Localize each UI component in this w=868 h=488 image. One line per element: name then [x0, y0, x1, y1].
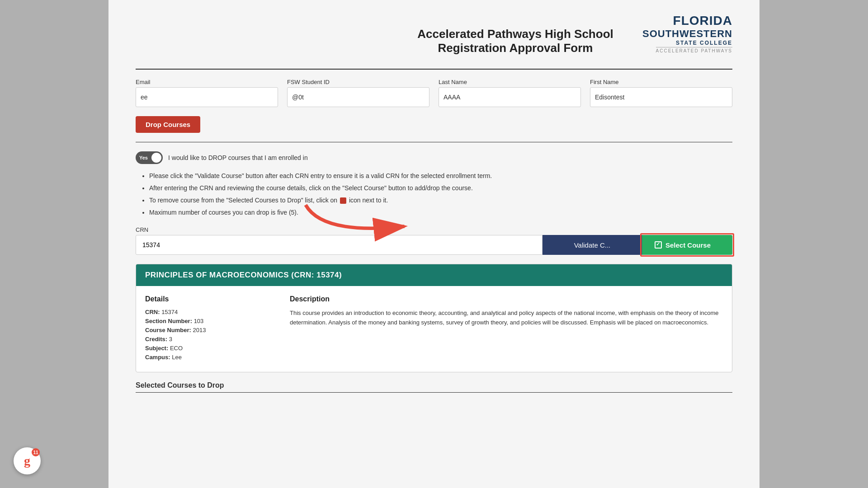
email-label: Email: [136, 79, 278, 85]
form-fields-row: Email FSW Student ID Last Name First Nam…: [136, 79, 732, 107]
instruction-2: After entering the CRN and reviewing the…: [149, 183, 732, 193]
course-number: Course Number: 2013: [145, 327, 272, 333]
first-name-group: First Name: [590, 79, 732, 107]
course-card-header: PRINCIPLES OF MACROECONOMICS (CRN: 15374…: [136, 264, 732, 286]
section-divider: [136, 142, 732, 142]
fsw-id-field[interactable]: [287, 87, 429, 107]
course-description-text: This course provides an introduction to …: [290, 309, 723, 328]
first-name-field[interactable]: [590, 87, 732, 107]
crn-input-group: [136, 235, 542, 255]
drop-courses-button[interactable]: Drop Courses: [136, 116, 200, 133]
toggle-row: Yes I would like to DROP courses that I …: [136, 151, 732, 164]
logo-southwestern: SOUTHWESTERN: [642, 28, 732, 40]
course-card: PRINCIPLES OF MACROECONOMICS (CRN: 15374…: [136, 264, 732, 372]
crn-row: Validate C... Select Course: [136, 235, 732, 255]
course-campus: Campus: Lee: [145, 354, 272, 361]
remove-icon: [340, 197, 346, 204]
last-name-group: Last Name: [439, 79, 581, 107]
toggle-yes-label: Yes: [139, 155, 148, 160]
course-credits: Credits: 3: [145, 336, 272, 343]
instruction-4: Maximum number of courses you can drop i…: [149, 208, 732, 217]
instruction-3: To remove course from the "Selected Cour…: [149, 196, 732, 205]
last-name-label: Last Name: [439, 79, 581, 85]
selected-courses-title: Selected Courses to Drop: [136, 381, 732, 393]
course-section: Section Number: 103: [145, 318, 272, 324]
selected-courses-section: Selected Courses to Drop: [136, 381, 732, 393]
header-divider: [136, 69, 732, 70]
first-name-label: First Name: [590, 79, 732, 85]
crn-input[interactable]: [136, 235, 542, 255]
checkbox-icon: [655, 241, 662, 249]
course-description-section: Description This course provides an intr…: [290, 295, 723, 363]
notification-badge[interactable]: g 11: [14, 447, 41, 474]
course-subject: Subject: ECO: [145, 345, 272, 352]
course-crn: CRN: 15374: [145, 309, 272, 315]
page-header: Accelerated Pathways High School Registr…: [136, 14, 732, 55]
select-course-wrapper: Select Course: [642, 235, 732, 255]
instructions-list: Please click the "Validate Course" butto…: [136, 171, 732, 217]
validate-button[interactable]: Validate C...: [542, 235, 642, 255]
email-field[interactable]: [136, 87, 278, 107]
fsw-id-group: FSW Student ID: [287, 79, 429, 107]
logo-florida: FLORIDA: [673, 14, 732, 28]
toggle-description: I would like to DROP courses that I am e…: [168, 154, 308, 161]
toggle-circle: [151, 153, 161, 163]
select-course-button[interactable]: Select Course: [642, 235, 732, 255]
logo-state: STATE COLLEGE: [676, 40, 732, 46]
course-card-body: Details CRN: 15374 Section Number: 103 C…: [136, 286, 732, 372]
instruction-1: Please click the "Validate Course" butto…: [149, 171, 732, 181]
crn-label: CRN: [136, 226, 732, 233]
course-details: Details CRN: 15374 Section Number: 103 C…: [145, 295, 272, 363]
page-title: Accelerated Pathways High School Registr…: [389, 14, 642, 55]
crn-section: CRN Validate C... Select Course: [136, 226, 732, 255]
last-name-field[interactable]: [439, 87, 581, 107]
description-heading: Description: [290, 295, 723, 303]
fsw-id-label: FSW Student ID: [287, 79, 429, 85]
logo-accelerated: ACCELERATED PATHWAYS: [656, 47, 732, 53]
notification-icon: g: [24, 454, 30, 468]
details-heading: Details: [145, 295, 272, 303]
email-group: Email: [136, 79, 278, 107]
drop-toggle[interactable]: Yes: [136, 151, 163, 164]
logo-area: FLORIDA SOUTHWESTERN STATE COLLEGE ACCEL…: [642, 14, 732, 53]
notification-count: 11: [32, 448, 40, 456]
